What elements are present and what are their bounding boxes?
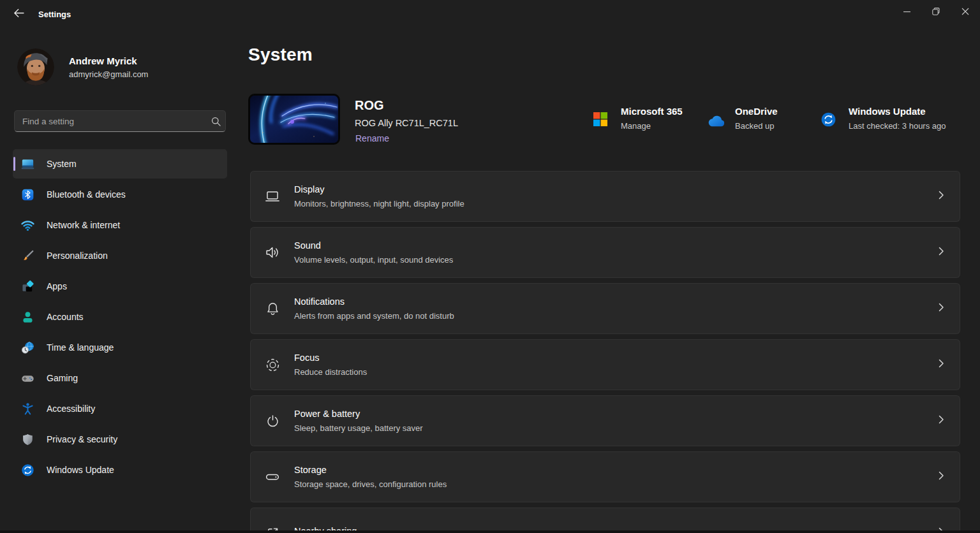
sidebar-item-label: Gaming: [47, 373, 78, 383]
status-card-windows-update[interactable]: Windows Update Last checked: 3 hours ago: [849, 106, 946, 131]
windows-update-status-icon: [820, 112, 836, 130]
titlebar: Settings: [0, 0, 980, 28]
sidebar-item-label: Accessibility: [47, 404, 95, 414]
settings-rows: Display Monitors, brightness, night ligh…: [250, 171, 960, 533]
apps-icon: [20, 279, 35, 294]
status-card-onedrive[interactable]: OneDrive Backed up: [735, 106, 778, 131]
sidebar-item-personalization[interactable]: Personalization: [13, 241, 227, 270]
row-title: Focus: [294, 353, 367, 363]
row-subtitle: Volume levels, output, input, sound devi…: [294, 255, 453, 265]
sidebar-item-label: Privacy & security: [47, 434, 117, 444]
sidebar-item-label: Windows Update: [47, 465, 114, 475]
restore-icon: [932, 8, 940, 15]
chevron-right-icon: [937, 302, 946, 315]
status-card-microsoft-365[interactable]: Microsoft 365 Manage: [621, 106, 683, 131]
minimize-button[interactable]: [892, 0, 921, 23]
bluetooth-icon: [20, 187, 35, 202]
sidebar-item-label: Personalization: [47, 251, 108, 261]
row-subtitle: Reduce distractions: [294, 367, 367, 377]
sidebar-nav: System Bluetooth & devices: [13, 149, 227, 486]
device-model: ROG Ally RC71L_RC71L: [355, 118, 458, 128]
sidebar-item-network-internet[interactable]: Network & internet: [13, 210, 227, 240]
chevron-right-icon: [937, 471, 946, 483]
user-email: admyrick@gmail.com: [69, 69, 148, 79]
display-icon: [264, 188, 281, 205]
device-name: ROG: [355, 98, 384, 113]
row-subtitle: Monitors, brightness, night light, displ…: [294, 199, 464, 208]
row-title: Power & battery: [294, 409, 423, 419]
close-button[interactable]: [951, 0, 980, 23]
sidebar-item-system[interactable]: System: [13, 149, 227, 179]
chevron-right-icon: [937, 246, 946, 259]
chevron-right-icon: [937, 414, 946, 427]
settings-row-power-battery[interactable]: Power & battery Sleep, battery usage, ba…: [250, 395, 960, 446]
settings-row-sound[interactable]: Sound Volume levels, output, input, soun…: [250, 227, 960, 278]
search-icon[interactable]: [206, 117, 225, 126]
sidebar-item-label: Apps: [47, 281, 67, 291]
settings-row-focus[interactable]: Focus Reduce distractions: [250, 339, 960, 390]
row-subtitle: Sleep, battery usage, battery saver: [294, 423, 423, 433]
sidebar-item-privacy-security[interactable]: Privacy & security: [13, 425, 227, 454]
power-icon: [264, 413, 281, 429]
wifi-icon: [20, 218, 35, 233]
device-thumbnail: [248, 94, 340, 145]
notifications-bell-icon: [264, 300, 281, 317]
settings-row-notifications[interactable]: Notifications Alerts from apps and syste…: [250, 283, 960, 334]
person-icon: [20, 310, 35, 325]
row-subtitle: Alerts from apps and system, do not dist…: [294, 311, 454, 321]
selection-indicator: [13, 157, 15, 171]
row-title: Display: [294, 184, 464, 194]
avatar[interactable]: [17, 48, 54, 85]
sidebar-item-label: System: [47, 159, 77, 169]
sidebar-item-label: Bluetooth & devices: [47, 189, 126, 200]
gamepad-icon: [20, 371, 35, 386]
storage-drive-icon: [264, 469, 281, 485]
sidebar-item-windows-update[interactable]: Windows Update: [13, 455, 227, 485]
sidebar-item-gaming[interactable]: Gaming: [13, 363, 227, 393]
sound-icon: [264, 244, 281, 261]
rename-link[interactable]: Rename: [355, 133, 389, 143]
microsoft-365-icon: [593, 112, 608, 129]
settings-row-storage[interactable]: Storage Storage space, drives, configura…: [250, 451, 960, 502]
windows-update-icon: [20, 463, 35, 478]
status-title: Microsoft 365: [621, 106, 683, 117]
focus-icon: [264, 356, 281, 373]
window-bottom-edge: [0, 530, 980, 533]
chevron-right-icon: [937, 190, 946, 203]
system-icon: [20, 157, 35, 172]
page-title: System: [248, 45, 313, 65]
user-name: Andrew Myrick: [69, 55, 137, 66]
settings-window: Settings: [0, 0, 980, 533]
row-title: Notifications: [294, 296, 454, 307]
sidebar-item-time-language[interactable]: Time & language: [13, 333, 227, 362]
sidebar-item-apps[interactable]: Apps: [13, 272, 227, 301]
back-button[interactable]: [9, 5, 28, 23]
sidebar-item-bluetooth-devices[interactable]: Bluetooth & devices: [13, 180, 227, 209]
status-title: OneDrive: [735, 106, 778, 117]
sidebar-item-label: Time & language: [47, 342, 114, 353]
paintbrush-icon: [20, 249, 35, 263]
back-arrow-icon: [13, 8, 24, 20]
status-title: Windows Update: [849, 106, 946, 117]
restore-button[interactable]: [921, 0, 951, 23]
settings-row-display[interactable]: Display Monitors, brightness, night ligh…: [250, 171, 960, 222]
sidebar-item-label: Network & internet: [47, 220, 120, 230]
accessibility-person-icon: [20, 402, 35, 416]
sidebar-item-accounts[interactable]: Accounts: [13, 302, 227, 332]
row-title: Storage: [294, 465, 447, 475]
shield-icon: [20, 432, 35, 447]
settings-row-nearby-sharing[interactable]: Nearby sharing: [250, 507, 960, 533]
status-subtitle: Last checked: 3 hours ago: [849, 121, 946, 131]
globe-clock-icon: [20, 340, 35, 355]
minimize-icon: [903, 8, 910, 15]
sidebar-item-label: Accounts: [47, 312, 84, 322]
status-subtitle: Backed up: [735, 121, 778, 131]
status-subtitle: Manage: [621, 121, 683, 131]
onedrive-icon: [706, 115, 725, 129]
search-input[interactable]: [15, 117, 206, 126]
sidebar-item-accessibility[interactable]: Accessibility: [13, 394, 227, 423]
chevron-right-icon: [937, 358, 946, 371]
row-subtitle: Storage space, drives, configuration rul…: [294, 479, 447, 489]
close-icon: [961, 8, 969, 15]
window-title: Settings: [38, 0, 71, 28]
